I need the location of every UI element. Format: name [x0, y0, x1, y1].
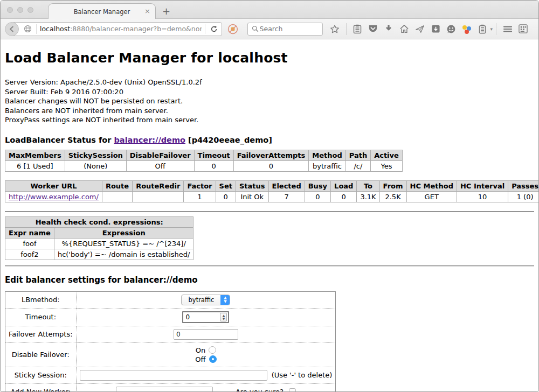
add-worker-input[interactable] [116, 387, 213, 392]
tab-balancer-manager[interactable]: Balancer Manager × [48, 3, 156, 19]
download-icon[interactable] [383, 24, 394, 34]
cell-status: Init Ok [236, 191, 268, 202]
column-header: Passes [508, 180, 538, 191]
lbmethod-selected-value: bytraffic [182, 296, 220, 304]
home-icon[interactable] [399, 24, 410, 34]
reload-icon[interactable] [209, 24, 219, 34]
column-header: Worker URL [5, 180, 102, 191]
form-row-lbmethod: LBmethod: bytraffic ▲▼ [5, 291, 336, 308]
add-worker-label: Add New Worker: [5, 383, 77, 391]
colors-icon[interactable] [461, 24, 472, 34]
cell-expr-name: foof2 [5, 249, 54, 260]
cell-passes: 1 (0) [508, 191, 538, 202]
cell-path: /c/ [345, 160, 370, 171]
search-bar[interactable] [247, 23, 323, 36]
timeout-label: Timeout: [5, 308, 77, 326]
server-built-line: Server Built: Feb 9 2016 07:00:20 [5, 87, 534, 97]
cell-hc-interval: 10 [457, 191, 508, 202]
search-input[interactable] [260, 25, 314, 33]
timeout-input[interactable] [183, 312, 220, 322]
select-arrows-icon: ▲▼ [220, 295, 230, 305]
cell-stickysession: (None) [65, 160, 126, 171]
window-controls [7, 7, 33, 13]
form-row-add-worker: Add New Worker: Are you sure? [5, 383, 336, 391]
cell-elected: 7 [268, 191, 305, 202]
table-header-row: Expr name Expression [5, 227, 194, 238]
edit-balancer-form: LBmethod: bytraffic ▲▼ Timeout: ▲▼ [5, 291, 336, 392]
back-button[interactable] [5, 22, 19, 36]
form-row-sticky-session: Sticky Session: (Use '-' to delete) [5, 367, 336, 383]
timeout-input-wrap: ▲▼ [182, 311, 229, 323]
radio-on-label: On [196, 346, 205, 354]
cell-load: 0 [331, 191, 357, 202]
failover-attempts-label: Failover Attempts: [5, 326, 77, 342]
cell-failoverattempts: 0 [233, 160, 309, 171]
battery-icon[interactable] [477, 24, 488, 34]
column-header: Method [309, 150, 345, 160]
table-header-row: Worker URL Route RouteRedir Factor Set S… [5, 180, 539, 191]
title-bar: Balancer Manager × + [1, 1, 538, 19]
loadbalancer-status-heading: LoadBalancer Status for balancer://demo … [5, 136, 534, 144]
are-you-sure-checkbox[interactable] [289, 388, 296, 392]
failover-attempts-input[interactable] [174, 329, 238, 340]
sticky-session-input[interactable] [80, 370, 267, 381]
url-text[interactable]: localhost:8880/balancer-manager?b=demo&n… [40, 25, 202, 33]
health-table-title: Health check cond. expressions: [5, 216, 194, 227]
number-stepper-icon[interactable]: ▲▼ [220, 313, 227, 321]
new-tab-button[interactable]: + [162, 5, 170, 17]
toolbar-divider [496, 23, 496, 35]
search-icon [251, 24, 260, 34]
send-icon[interactable] [414, 24, 425, 34]
clipboard-icon[interactable] [352, 24, 363, 34]
cell-worker-url: http://www.example.com/ [5, 191, 102, 202]
grid-icon[interactable] [518, 24, 529, 34]
lbmethod-select[interactable]: bytraffic ▲▼ [181, 295, 230, 305]
balancer-demo-link[interactable]: balancer://demo [114, 136, 185, 144]
divider [5, 211, 534, 212]
column-header: HC Method [406, 180, 457, 191]
window-close-button[interactable] [7, 7, 13, 13]
balancer-status-table: MaxMembers StickySession DisableFailover… [5, 150, 403, 172]
cell-busy: 0 [305, 191, 330, 202]
column-header: Factor [184, 180, 216, 191]
caret-down-icon[interactable]: ▾ [490, 26, 493, 32]
menu-icon[interactable] [502, 24, 513, 34]
table-row: foof %{REQUEST_STATUS} =~ /^[234]/ [5, 238, 194, 249]
radio-on[interactable] [209, 346, 216, 354]
notice-line: ProxyPass settings are NOT inherited fro… [5, 115, 534, 125]
url-bar[interactable]: localhost:8880/balancer-manager?b=demo&n… [12, 22, 222, 36]
smiley-icon[interactable] [446, 24, 457, 34]
window-minimize-button[interactable] [17, 7, 23, 13]
column-header: Route [102, 180, 132, 191]
column-header: Busy [305, 180, 330, 191]
page-content: Load Balancer Manager for localhost Serv… [1, 39, 538, 391]
column-header: Elected [268, 180, 305, 191]
lbmethod-label: LBmethod: [5, 291, 77, 308]
adblock-icon[interactable] [227, 24, 238, 34]
column-header: Expression [54, 227, 194, 238]
browser-window: Balancer Manager × + localhost:8880/bala… [0, 0, 539, 392]
url-path: :8880/balancer-manager?b=demo&nonce=decc… [70, 25, 202, 33]
globe-icon[interactable] [22, 24, 33, 34]
column-header: Set [216, 180, 236, 191]
divider [5, 265, 534, 267]
tab-close-icon[interactable]: × [144, 8, 150, 15]
pocket-icon[interactable] [368, 24, 378, 34]
worker-url-link[interactable]: http://www.example.com/ [9, 193, 99, 201]
server-version-line: Server Version: Apache/2.5.0-dev (Unix) … [5, 78, 534, 87]
radio-off[interactable] [209, 355, 217, 363]
table-title-row: Health check cond. expressions: [5, 216, 194, 227]
cell-route [102, 191, 132, 202]
column-header: Active [371, 150, 403, 160]
bookmark-star-icon[interactable] [329, 24, 340, 34]
window-zoom-button[interactable] [27, 7, 33, 13]
cell-active: Yes [371, 160, 403, 171]
sticky-session-label: Sticky Session: [5, 367, 77, 383]
disable-failover-label: Disable Failover: [5, 342, 77, 367]
cell-method: bytraffic [309, 160, 345, 171]
screenshot-icon[interactable] [430, 24, 441, 34]
column-header: From [379, 180, 406, 191]
are-you-sure-label: Are you sure? [236, 388, 284, 392]
column-header: To [357, 180, 379, 191]
cell-from: 2.5K [379, 191, 406, 202]
